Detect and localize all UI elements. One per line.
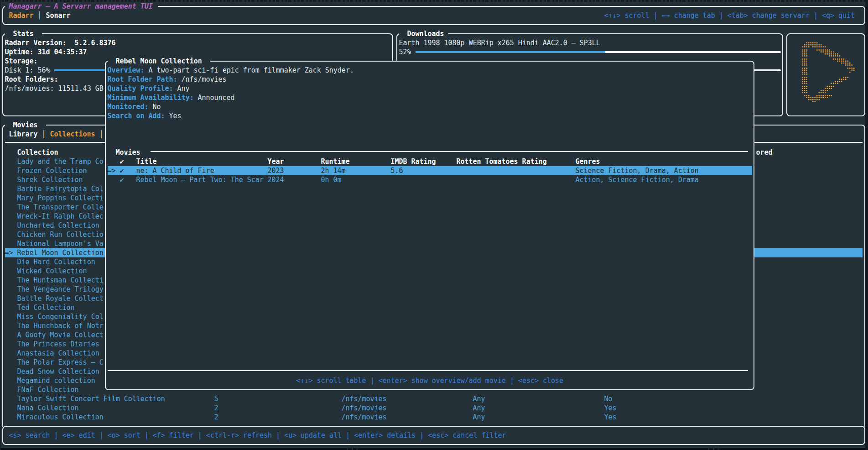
modal-field-label: Search on Add: — [108, 111, 165, 120]
collection-movie-count: 2 — [214, 403, 218, 413]
tab-sonarr[interactable]: Sonarr — [46, 11, 71, 20]
collection-row[interactable]: Uncharted Collection — [17, 221, 99, 230]
modal-field-value: Any — [177, 84, 190, 93]
collection-row[interactable]: Anastasia Collection — [17, 349, 99, 358]
movies-col-check: ✔ — [120, 157, 124, 166]
collection-row[interactable]: Megamind collection — [17, 376, 95, 385]
movies-col-year: Year — [268, 157, 284, 166]
modal-field-value: A two-part sci-fi epic from filmmaker Za… — [149, 66, 354, 75]
modal-field-value: Announced — [198, 93, 235, 102]
collection-row[interactable]: Nana Collection — [17, 403, 79, 413]
tab-radarr[interactable]: Radarr — [9, 11, 34, 20]
collection-row[interactable]: The Hunchback of Notr — [17, 321, 104, 330]
downloads-title: Downloads — [407, 29, 444, 38]
collection-selected-prefix: => — [5, 248, 13, 257]
collection-row[interactable]: Shrek Collection — [17, 175, 83, 184]
collection-root-folder: /nfs/movies — [342, 394, 387, 403]
stats-storage-label: Storage: — [5, 57, 38, 66]
movies-col-imdb: IMDB Rating — [391, 157, 436, 166]
collection-row[interactable]: Lady and the Tramp Co — [17, 157, 104, 166]
tab-divider: │ — [38, 11, 42, 20]
collection-row[interactable]: The Princess Diaries — [17, 340, 99, 349]
modal-field-label: Minimum Availability: — [108, 93, 194, 102]
modal-keybinding-help: <↑↓> scroll table | <enter> show overvie… — [296, 376, 564, 385]
movie-genres: Science Fiction, Drama, Action — [576, 166, 699, 175]
collection-root-folder: /nfs/movies — [342, 413, 387, 422]
movie-genres: Action, Science Fiction, Drama — [576, 175, 699, 184]
modal-field-label: Monitored: — [108, 102, 149, 111]
collection-details-modal — [105, 61, 754, 390]
bottom-keybinding-help: <s> search | <e> edit | <o> sort | <f> f… — [9, 431, 506, 440]
collection-row[interactable]: Taylor Swift Concert Film Collection — [17, 394, 165, 403]
collection-row-selected[interactable]: Rebel Moon Collection — [17, 248, 104, 257]
collection-row[interactable]: Chicken Run Collectio — [17, 230, 104, 239]
movie-runtime: 0h 0m — [321, 175, 342, 184]
managarr-logo-icon — [801, 39, 858, 103]
stats-uptime-label: Uptime: — [5, 47, 34, 57]
collection-row[interactable]: Ted Collection — [17, 303, 75, 312]
movie-year: 2023 — [268, 166, 284, 175]
modal-field-label: Quality Profile: — [108, 84, 173, 93]
page-title: Managarr — A Servarr management TUI — [9, 2, 153, 11]
stats-uptime-value: 31d 04:35:37 — [38, 47, 87, 57]
collection-flag: No — [604, 394, 613, 403]
stats-version-label: Radarr Version: — [5, 38, 67, 47]
download-item-percent: 52% — [399, 47, 411, 57]
collection-row[interactable]: Wicked Collection — [17, 267, 87, 276]
modal-movies-top-border — [108, 151, 748, 152]
stats-root-folder-line: /nfs/movies: 11511.43 GB — [5, 84, 104, 93]
modal-movies-title: Movies — [116, 148, 140, 157]
collection-row[interactable]: Barbie Fairytopia Col — [17, 184, 104, 194]
collection-row[interactable]: National Lampoon's Va — [17, 239, 104, 248]
collection-row[interactable]: A Goofy Movie Collect — [17, 330, 104, 340]
modal-field-label: Root Folder Path: — [108, 75, 177, 84]
modal-field-label: Overview: — [108, 66, 145, 75]
movies-col-title: Title — [136, 157, 157, 166]
collection-row[interactable]: The Polar Express – C — [17, 358, 104, 367]
collection-row[interactable]: The Huntsman Collecti — [17, 276, 104, 285]
movie-imdb-rating: 5.6 — [391, 166, 403, 175]
movie-selected-prefix: => — [108, 166, 116, 175]
movies-tab-divider-1: │ — [42, 130, 46, 139]
download-item-name: Earth 1998 1080p WEBRip x265 Hindi AAC2.… — [399, 38, 600, 47]
collection-movie-count: 5 — [214, 394, 218, 403]
tab-collections[interactable]: Collections — [50, 130, 95, 139]
stats-title: Stats — [13, 29, 34, 38]
terminal-left-padding — [0, 0, 1, 450]
movie-year: 2024 — [268, 175, 284, 184]
movie-runtime: 2h 14m — [321, 166, 346, 175]
collection-row[interactable]: Wreck-It Ralph Collec — [17, 212, 104, 221]
collection-row[interactable]: Mary Poppins Collecti — [17, 194, 104, 203]
collection-row[interactable]: The Vengeance Trilogy — [17, 285, 104, 294]
terminal-bottom-padding — [0, 448, 868, 450]
movie-title[interactable]: ne: A Child of Fire — [136, 166, 214, 175]
modal-field-value: No — [153, 102, 161, 111]
monitored-column-header-partial: ored — [756, 148, 773, 157]
collection-row[interactable]: Miss Congeniality Col — [17, 312, 104, 321]
stats-disk-label: Disk 1: 56% — [5, 66, 50, 75]
download-gauge — [416, 51, 606, 53]
movie-title[interactable]: Rebel Moon – Part Two: The Scar — [136, 175, 264, 184]
modal-title: Rebel Moon Collection — [116, 57, 202, 66]
movie-check-icon: ✔ — [120, 175, 124, 184]
collection-row[interactable]: FNaF Collection — [17, 385, 79, 394]
collection-row[interactable]: Dead Snow Collection — [17, 367, 99, 376]
collection-row[interactable]: Die Hard Collection — [17, 257, 95, 267]
modal-field-value: Yes — [169, 111, 182, 120]
terminal-top-padding — [0, 0, 868, 2]
collection-row[interactable]: Frozen Collection — [17, 166, 87, 175]
movies-col-runtime: Runtime — [321, 157, 350, 166]
collection-flag: Yes — [604, 413, 617, 422]
managarr-terminal: Managarr — A Servarr management TUI Rada… — [0, 0, 868, 450]
collection-row[interactable]: Battle Royale Collect — [17, 294, 104, 303]
stats-version-value: 5.2.6.8376 — [75, 38, 116, 47]
collection-flag: Yes — [604, 403, 617, 413]
collection-row[interactable]: Miraculous Collection — [17, 413, 104, 422]
collection-quality-profile: Any — [473, 413, 485, 422]
terminal-right-padding — [865, 0, 868, 450]
movies-panel-title: Movies — [13, 120, 38, 130]
modal-field-value: /nfs/movies — [182, 75, 227, 84]
collection-row[interactable]: The Transporter Colle — [17, 203, 104, 212]
tab-library[interactable]: Library — [9, 130, 38, 139]
collection-quality-profile: Any — [473, 403, 485, 413]
